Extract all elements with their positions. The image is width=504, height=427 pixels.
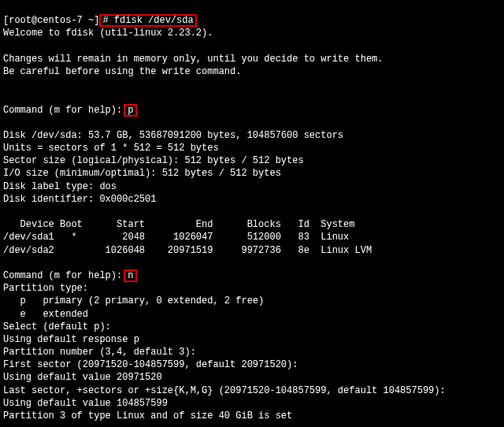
diskinfo-1-l2: Units = sectors of 1 * 512 = 512 bytes xyxy=(3,143,219,154)
diskinfo-1-l1: Disk /dev/sda: 53.7 GB, 53687091200 byte… xyxy=(3,130,343,141)
terminal-output: [root@centos-7 ~]# fdisk /dev/sda Welcom… xyxy=(0,0,504,427)
command-prompt-2[interactable]: Command (m for help): xyxy=(3,270,122,281)
newpart-l1: Partition type: xyxy=(3,283,88,294)
fdisk-command: # fdisk /dev/sda xyxy=(99,14,196,27)
diskinfo-1-l6: Disk identifier: 0x000c2501 xyxy=(3,194,156,205)
warning-line-1: Changes will remain in memory only, unti… xyxy=(3,54,383,65)
partition-table-1-row-0: /dev/sda1 * 2048 1026047 512000 83 Linux xyxy=(3,232,349,243)
welcome-line: Welcome to fdisk (util-linux 2.23.2). xyxy=(3,28,213,39)
newpart-l9[interactable]: Last sector, +sectors or +size{K,M,G} (2… xyxy=(3,385,446,396)
diskinfo-1-l3: Sector size (logical/physical): 512 byte… xyxy=(3,155,304,166)
newpart-l2: p primary (2 primary, 0 extended, 2 free… xyxy=(3,295,264,306)
command-input-n: n xyxy=(124,269,137,282)
newpart-l7[interactable]: First sector (20971520-104857599, defaul… xyxy=(3,359,298,370)
shell-prompt: [root@centos-7 ~] xyxy=(3,15,99,26)
partition-table-1-header: Device Boot Start End Blocks Id System xyxy=(3,219,354,230)
command-prompt-1[interactable]: Command (m for help): xyxy=(3,105,122,116)
newpart-l10: Using default value 104857599 xyxy=(3,398,168,409)
newpart-l5: Using default response p xyxy=(3,334,139,345)
diskinfo-1-l4: I/O size (minimum/optimal): 512 bytes / … xyxy=(3,168,281,179)
newpart-l6[interactable]: Partition number (3,4, default 3): xyxy=(3,347,196,358)
newpart-l4[interactable]: Select (default p): xyxy=(3,321,111,332)
newpart-l11: Partition 3 of type Linux and of size 40… xyxy=(3,410,292,421)
diskinfo-1-l5: Disk label type: dos xyxy=(3,181,117,192)
newpart-l8: Using default value 20971520 xyxy=(3,372,162,383)
partition-table-1-row-1: /dev/sda2 1026048 20971519 9972736 8e Li… xyxy=(3,245,372,256)
warning-line-2: Be careful before using the write comman… xyxy=(3,66,241,77)
newpart-l3: e extended xyxy=(3,309,88,320)
command-input-p-1: p xyxy=(124,104,137,117)
